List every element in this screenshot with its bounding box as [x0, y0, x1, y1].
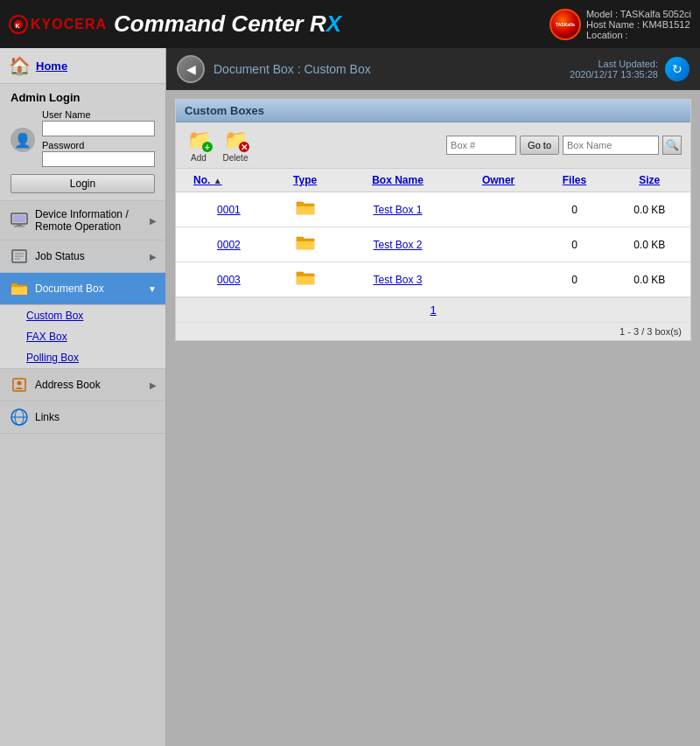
svg-rect-4	[13, 215, 25, 222]
box-no-link[interactable]: 0003	[217, 274, 241, 286]
add-badge: +	[202, 142, 213, 152]
taskalfa-icon: TASKalfa	[550, 9, 581, 40]
cell-size: 0.0 KB	[608, 192, 690, 227]
cell-type	[271, 262, 340, 297]
device-info: Model : TASKalfa 5052ci Host Name : KM4B…	[586, 9, 691, 40]
cell-owner	[457, 192, 541, 227]
address-book-icon	[9, 376, 30, 394]
sort-arrow: ▲	[214, 176, 222, 185]
admin-login-title: Admin Login	[10, 91, 155, 104]
breadcrumb: Document Box : Custom Box	[214, 62, 371, 76]
cell-files: 0	[541, 262, 609, 297]
delete-button[interactable]: 📁 ✕ Delete	[221, 128, 249, 163]
col-files[interactable]: Files	[541, 169, 609, 192]
page-info: 1 - 3 / 3 box(s)	[176, 322, 690, 340]
svg-rect-6	[14, 226, 24, 227]
cell-owner	[457, 262, 541, 297]
back-button[interactable]: ◀	[177, 55, 205, 83]
add-button[interactable]: 📁 + Add	[185, 128, 213, 163]
submenu-custom-box[interactable]: Custom Box	[0, 305, 165, 326]
custom-boxes-table: No. ▲ Type Box Name Owner Files Size 000…	[176, 169, 690, 297]
box-name-input[interactable]	[563, 136, 659, 155]
cell-size: 0.0 KB	[608, 227, 690, 262]
box-name-link[interactable]: Test Box 3	[373, 274, 422, 286]
cell-type	[271, 227, 340, 262]
add-label: Add	[191, 153, 206, 163]
goto-button[interactable]: Go to	[520, 136, 559, 155]
job-status-label: Job Status	[35, 250, 85, 262]
cell-no: 0002	[176, 227, 271, 262]
links-label: Links	[35, 411, 60, 423]
password-label: Password	[42, 140, 155, 150]
delete-label: Delete	[223, 153, 248, 163]
custom-boxes-panel: Custom Boxes 📁 + Add 📁 ✕ Delete	[175, 99, 691, 341]
pagination[interactable]: 1	[176, 297, 690, 322]
sidebar-item-document-box[interactable]: Document Box ▼	[0, 273, 165, 305]
address-book-chevron: ▶	[150, 380, 157, 390]
table-row: 0003 Test Box 3 0 0.0 KB	[176, 262, 690, 297]
main-layout: 🏠 Home Admin Login 👤 User Name Password …	[0, 48, 700, 746]
logo-area: K KYOCERA Command Center RX	[9, 10, 341, 38]
content-header: ◀ Document Box : Custom Box Last Updated…	[166, 48, 700, 90]
cell-box-name: Test Box 1	[339, 192, 456, 227]
address-book-label: Address Book	[35, 379, 101, 391]
password-input[interactable]	[42, 151, 155, 167]
box-name-link[interactable]: Test Box 1	[373, 204, 422, 216]
folder-icon	[295, 269, 316, 287]
col-size[interactable]: Size	[608, 169, 690, 192]
box-name-link[interactable]: Test Box 2	[373, 239, 422, 251]
refresh-button[interactable]: ↻	[665, 57, 690, 81]
sidebar-item-links[interactable]: Links	[0, 401, 165, 434]
col-owner[interactable]: Owner	[457, 169, 541, 192]
box-number-input[interactable]	[446, 136, 516, 155]
search-area: Go to 🔍	[446, 136, 682, 155]
username-input[interactable]	[42, 121, 155, 136]
box-no-link[interactable]: 0002	[217, 239, 241, 251]
sidebar-item-job-status[interactable]: Job Status ▶	[0, 241, 165, 273]
admin-avatar: 👤	[10, 128, 35, 152]
hostname-label: Host Name : KM4B1512	[586, 19, 691, 30]
cell-no: 0001	[176, 192, 271, 227]
cell-owner	[457, 227, 541, 262]
home-link[interactable]: Home	[36, 59, 67, 73]
page-number[interactable]: 1	[430, 303, 436, 317]
cell-box-name: Test Box 2	[339, 227, 456, 262]
sidebar: 🏠 Home Admin Login 👤 User Name Password …	[0, 48, 166, 746]
cell-files: 0	[541, 227, 609, 262]
kyocera-logo: K KYOCERA	[9, 15, 107, 34]
last-updated: Last Updated: 2020/12/17 13:35:28	[570, 59, 658, 80]
table-row: 0002 Test Box 2 0 0.0 KB	[176, 227, 690, 262]
box-no-link[interactable]: 0001	[217, 204, 241, 216]
sidebar-item-address-book[interactable]: Address Book ▶	[0, 369, 165, 401]
folder-icon	[295, 234, 316, 252]
login-button[interactable]: Login	[10, 174, 155, 193]
cell-box-name: Test Box 3	[339, 262, 456, 297]
kyocera-icon: K	[9, 15, 28, 34]
submenu-polling-box[interactable]: Polling Box	[0, 347, 165, 368]
job-status-icon	[9, 248, 30, 265]
document-box-submenu: Custom Box FAX Box Polling Box	[0, 305, 165, 369]
document-box-icon	[9, 280, 30, 297]
cell-size: 0.0 KB	[608, 262, 690, 297]
content-area: ◀ Document Box : Custom Box Last Updated…	[166, 48, 700, 746]
search-button[interactable]: 🔍	[662, 136, 682, 155]
col-type[interactable]: Type	[271, 169, 340, 192]
document-box-label: Document Box	[35, 282, 104, 295]
admin-login-row: 👤 User Name Password	[10, 109, 155, 171]
svg-text:K: K	[15, 23, 21, 29]
toolbar: 📁 + Add 📁 ✕ Delete Go to	[176, 122, 690, 169]
header: K KYOCERA Command Center RX TASKalfa Mod…	[0, 0, 700, 48]
table-header-row: No. ▲ Type Box Name Owner Files Size	[176, 169, 690, 192]
admin-login-panel: Admin Login 👤 User Name Password Login	[0, 84, 165, 201]
sidebar-home[interactable]: 🏠 Home	[0, 48, 165, 84]
document-box-chevron: ▼	[148, 284, 157, 294]
col-no[interactable]: No. ▲	[176, 169, 271, 192]
device-info-icon	[9, 212, 30, 229]
custom-boxes-title: Custom Boxes	[176, 100, 690, 122]
col-box-name[interactable]: Box Name	[339, 169, 456, 192]
submenu-fax-box[interactable]: FAX Box	[0, 326, 165, 347]
sidebar-item-device-info[interactable]: Device Information /Remote Operation ▶	[0, 201, 165, 241]
cell-files: 0	[541, 192, 609, 227]
model-label: Model : TASKalfa 5052ci	[586, 9, 691, 19]
svg-point-12	[18, 381, 22, 386]
